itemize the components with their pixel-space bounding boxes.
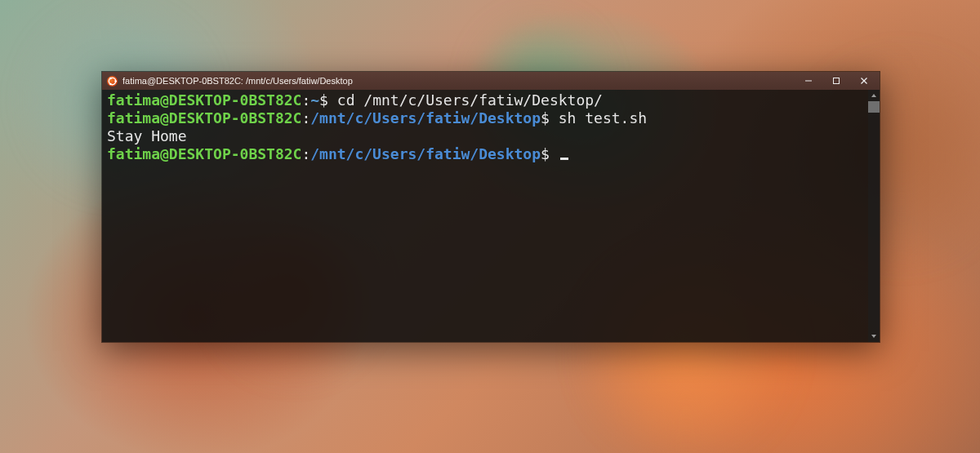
terminal-body[interactable]: fatima@DESKTOP-0BST82C:~$ cd /mnt/c/User… [102,90,880,342]
svg-rect-5 [834,78,840,84]
scrollbar-track[interactable] [868,90,880,342]
svg-marker-8 [871,94,876,97]
chevron-down-icon [871,333,877,340]
window-controls [795,72,878,90]
terminal-line: fatima@DESKTOP-0BST82C:~$ cd /mnt/c/User… [107,91,875,109]
prompt-user-host: fatima@DESKTOP-0BST82C [107,145,301,162]
svg-point-2 [109,77,112,79]
terminal-line: fatima@DESKTOP-0BST82C:/mnt/c/Users/fati… [107,145,875,163]
prompt-dollar: $ [541,109,559,127]
maximize-button[interactable] [822,72,850,90]
command-text: cd /mnt/c/Users/fatiw/Desktop/ [337,91,603,109]
ubuntu-icon [107,76,118,87]
minimize-icon [804,77,813,85]
command-text: sh test.sh [559,109,647,127]
terminal-line: fatima@DESKTOP-0BST82C:/mnt/c/Users/fati… [107,109,875,127]
command-output: Stay Home [107,127,187,144]
desktop-background: fatima@DESKTOP-0BST82C: /mnt/c/Users/fat… [0,0,980,453]
terminal-window: fatima@DESKTOP-0BST82C: /mnt/c/Users/fat… [101,71,880,343]
svg-point-1 [114,80,117,82]
window-titlebar[interactable]: fatima@DESKTOP-0BST82C: /mnt/c/Users/fat… [102,72,880,90]
prompt-dollar: $ [319,91,337,109]
prompt-user-host: fatima@DESKTOP-0BST82C [107,109,301,127]
chevron-up-icon [871,92,877,99]
svg-marker-9 [871,335,876,338]
prompt-path: /mnt/c/Users/fatiw/Desktop [310,109,541,127]
terminal-line: Stay Home [107,127,875,145]
prompt-separator: : [301,109,310,127]
prompt-dollar: $ [541,145,559,162]
prompt-path: /mnt/c/Users/fatiw/Desktop [310,145,541,162]
minimize-button[interactable] [795,72,822,90]
cursor-icon [560,158,568,160]
prompt-user-host: fatima@DESKTOP-0BST82C [107,91,301,109]
prompt-path: ~ [310,91,319,109]
scroll-down-button[interactable] [868,331,880,342]
close-icon [860,77,868,85]
prompt-separator: : [301,91,310,109]
window-title: fatima@DESKTOP-0BST82C: /mnt/c/Users/fat… [122,76,795,86]
close-button[interactable] [850,72,878,90]
maximize-icon [832,77,840,85]
scroll-up-button[interactable] [868,90,880,101]
scrollbar-thumb[interactable] [868,101,880,113]
prompt-separator: : [301,145,310,162]
svg-point-3 [109,82,112,85]
